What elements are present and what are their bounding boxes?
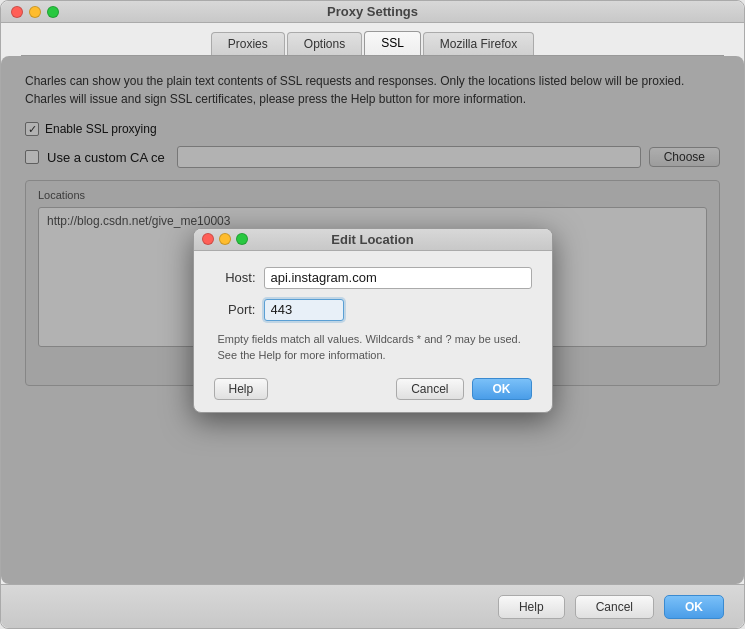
dialog-title-bar: Edit Location (194, 229, 552, 251)
host-input[interactable] (264, 267, 532, 289)
tab-options[interactable]: Options (287, 32, 362, 55)
title-bar: Proxy Settings (1, 1, 744, 23)
close-button[interactable] (11, 6, 23, 18)
port-label: Port: (214, 302, 264, 317)
bottom-bar: Help Cancel OK (1, 584, 744, 628)
dialog-close-button[interactable] (202, 233, 214, 245)
tab-ssl[interactable]: SSL (364, 31, 421, 55)
minimize-button[interactable] (29, 6, 41, 18)
zoom-button[interactable] (47, 6, 59, 18)
port-input[interactable] (264, 299, 344, 321)
help-button[interactable]: Help (498, 595, 565, 619)
cancel-button[interactable]: Cancel (575, 595, 654, 619)
window-controls (11, 6, 59, 18)
dialog-help-button[interactable]: Help (214, 378, 269, 400)
edit-dialog: Edit Location Host: Port: Empty fie (193, 228, 553, 413)
dialog-minimize-button[interactable] (219, 233, 231, 245)
dialog-buttons: Help Cancel OK (214, 378, 532, 400)
dialog-zoom-button[interactable] (236, 233, 248, 245)
dialog-cancel-button[interactable]: Cancel (396, 378, 463, 400)
dialog-content: Host: Port: Empty fields match all value… (194, 251, 552, 412)
dialog-ok-button[interactable]: OK (472, 378, 532, 400)
port-row: Port: (214, 299, 532, 321)
tab-bar: Proxies Options SSL Mozilla Firefox (1, 23, 744, 55)
host-row: Host: (214, 267, 532, 289)
modal-overlay: Edit Location Host: Port: Empty fie (1, 56, 744, 584)
content-area: Charles can show you the plain text cont… (1, 56, 744, 584)
dialog-hint: Empty fields match all values. Wildcards… (214, 331, 532, 364)
host-label: Host: (214, 270, 264, 285)
ok-button[interactable]: OK (664, 595, 724, 619)
dialog-title: Edit Location (331, 232, 413, 247)
tab-mozilla-firefox[interactable]: Mozilla Firefox (423, 32, 534, 55)
window-title: Proxy Settings (327, 4, 418, 19)
dialog-controls (202, 233, 248, 245)
tab-proxies[interactable]: Proxies (211, 32, 285, 55)
main-window: Proxy Settings Proxies Options SSL Mozil… (0, 0, 745, 629)
